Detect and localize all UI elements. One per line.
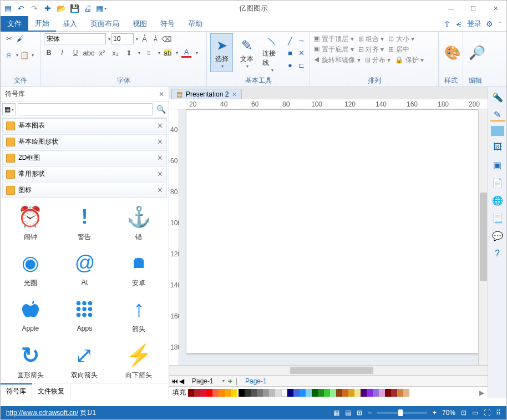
zoom-value[interactable]: 70%: [442, 409, 455, 417]
shape-android[interactable]: 安卓: [112, 247, 165, 290]
font-name-input[interactable]: [44, 33, 106, 44]
share2-icon[interactable]: ⪪: [455, 19, 463, 28]
fullscreen-icon[interactable]: ⛶: [484, 409, 490, 417]
new-icon[interactable]: ✚: [43, 3, 53, 13]
send-back-button[interactable]: ▣ 置于底层 ▾: [313, 45, 354, 54]
palette-swatches[interactable]: [188, 389, 409, 397]
curve-icon[interactable]: ～: [296, 36, 306, 45]
size-button[interactable]: ⊡ 大小 ▾: [388, 34, 414, 44]
palette-scroll-icon[interactable]: ▶: [479, 389, 484, 397]
protect-button[interactable]: 🔒 保护 ▾: [395, 55, 424, 65]
fit-width-icon[interactable]: ▭: [472, 409, 478, 417]
shape-anchor[interactable]: ⚓锚: [112, 201, 165, 244]
redo-icon[interactable]: ↷: [29, 3, 39, 13]
align-button[interactable]: ⊟ 对齐 ▾: [358, 45, 384, 54]
shape-alarm[interactable]: ⏰闹钟: [4, 201, 57, 244]
tab-help[interactable]: 帮助: [181, 16, 209, 32]
copy-icon[interactable]: ⎘: [4, 50, 14, 60]
fill-icon[interactable]: [491, 126, 504, 136]
document-tab[interactable]: ▤Presentation 2✕: [171, 89, 242, 99]
crop-icon[interactable]: ⊏: [296, 60, 306, 70]
font-size-input[interactable]: [111, 33, 134, 44]
globe-icon[interactable]: 🌐: [490, 194, 505, 207]
print-icon[interactable]: 🖨: [83, 3, 93, 13]
more-icon[interactable]: ⠿: [496, 409, 501, 417]
page-current[interactable]: Page-1: [241, 377, 271, 386]
category-basic-shapes[interactable]: 基本绘图形状✕: [2, 134, 167, 149]
search-button[interactable]: 🔍: [155, 103, 167, 115]
document-icon[interactable]: 📄: [490, 176, 505, 189]
connector-tool-button[interactable]: ⟍连接线▾: [260, 33, 283, 72]
comment-icon[interactable]: 💬: [490, 229, 505, 242]
export-icon[interactable]: ▦▾: [96, 3, 106, 13]
tab-layout[interactable]: 页面布局: [84, 16, 126, 32]
layers-icon[interactable]: ▣: [490, 158, 505, 171]
shape-reload[interactable]: ↻圆形箭头: [4, 340, 57, 382]
category-icons[interactable]: 图标✕: [2, 183, 167, 198]
view-outline-icon[interactable]: ▤: [345, 409, 351, 417]
add-page-button[interactable]: +: [228, 377, 232, 386]
library-selector[interactable]: ▦▾: [2, 103, 16, 115]
torch-icon[interactable]: 🔦: [490, 90, 505, 104]
tab-file[interactable]: 文件: [1, 16, 28, 32]
line-icon[interactable]: ╱: [285, 36, 295, 45]
category-common-shapes[interactable]: 常用形状✕: [2, 166, 167, 181]
pencil-icon[interactable]: ✎: [490, 108, 505, 122]
bold-icon[interactable]: B: [44, 48, 54, 58]
zoom-in-icon[interactable]: +: [433, 409, 437, 417]
minimize-button[interactable]: —: [440, 1, 462, 16]
share-icon[interactable]: ⇪: [444, 19, 450, 28]
increase-font-icon[interactable]: A̍: [139, 34, 149, 44]
zoom-out-icon[interactable]: −: [368, 409, 372, 417]
shape-apple[interactable]: Apple: [4, 294, 57, 336]
select-tool-button[interactable]: ➤选择▾: [210, 33, 233, 72]
page-first-icon[interactable]: ⏮: [171, 377, 178, 385]
page-name[interactable]: Page-1: [187, 377, 218, 386]
paste-icon[interactable]: 📋: [19, 50, 29, 60]
shape-bidir[interactable]: ⤢双向箭头: [58, 340, 111, 382]
help-icon[interactable]: ?: [490, 247, 505, 260]
line-spacing-icon[interactable]: ⇕: [124, 48, 134, 58]
rect-icon[interactable]: ■: [285, 48, 295, 58]
login-button[interactable]: 登录: [467, 19, 481, 29]
italic-icon[interactable]: I: [57, 48, 67, 58]
style-button[interactable]: 🎨: [442, 33, 463, 72]
x-icon[interactable]: ✕: [296, 48, 306, 58]
decrease-font-icon[interactable]: A̍: [150, 34, 160, 44]
distribute-button[interactable]: ⊟ 分布 ▾: [365, 55, 391, 65]
group-button[interactable]: ⊞ 组合 ▾: [358, 34, 384, 44]
zoom-slider[interactable]: [377, 412, 427, 414]
close-tab-icon[interactable]: ✕: [232, 91, 237, 98]
maximize-button[interactable]: ☐: [462, 1, 484, 16]
save-icon[interactable]: 💾: [69, 3, 79, 13]
page[interactable]: [186, 109, 478, 353]
close-button[interactable]: ✕: [484, 1, 506, 16]
find-button[interactable]: 🔎: [467, 33, 488, 72]
view-normal-icon[interactable]: ▦: [333, 409, 339, 417]
panel-tab-library[interactable]: 符号库: [1, 383, 32, 398]
collapse-icon[interactable]: ⌃: [498, 21, 502, 27]
format-painter-icon[interactable]: 🖌: [15, 33, 25, 43]
panel-tab-recovery[interactable]: 文件恢复: [32, 383, 70, 398]
category-basic-chart[interactable]: 基本图表✕: [2, 118, 167, 133]
shape-at[interactable]: @At: [58, 247, 111, 290]
view-grid-icon[interactable]: ⊞: [357, 409, 362, 417]
highlight-icon[interactable]: ab: [164, 49, 171, 56]
bullets-icon[interactable]: ≡: [144, 48, 154, 58]
fit-page-icon[interactable]: ⊡: [461, 409, 467, 417]
page-dropdown-icon[interactable]: ▾: [222, 378, 225, 383]
canvas[interactable]: [179, 109, 478, 365]
underline-icon[interactable]: U: [70, 48, 80, 58]
clear-format-icon[interactable]: ⌫: [161, 34, 171, 44]
shape-arrow[interactable]: ↑箭头: [112, 294, 165, 336]
page-prev-icon[interactable]: ◀: [179, 377, 184, 385]
bring-front-button[interactable]: ▣ 置于顶层 ▾: [313, 34, 354, 44]
panel-close-icon[interactable]: ✕: [159, 90, 164, 98]
tab-view[interactable]: 视图: [126, 16, 154, 32]
rotate-button[interactable]: ◀ 旋转和镜像 ▾: [313, 55, 361, 65]
strike-icon[interactable]: abc: [84, 48, 94, 58]
shape-warning[interactable]: !警告: [58, 201, 111, 244]
center-button[interactable]: ⊞ 居中: [388, 45, 409, 54]
search-input[interactable]: [18, 103, 153, 115]
open-icon[interactable]: 📂: [56, 3, 66, 13]
